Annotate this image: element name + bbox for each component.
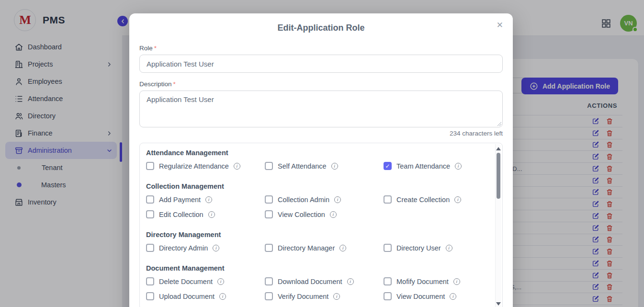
checkbox[interactable] xyxy=(265,277,273,285)
scroll-down-arrow-icon[interactable] xyxy=(496,302,501,306)
info-icon[interactable]: i xyxy=(454,196,461,203)
permission-verify-document[interactable]: Verify Document i xyxy=(265,292,384,300)
description-textarea[interactable]: Application Test User xyxy=(139,91,503,127)
checkbox[interactable] xyxy=(146,292,154,300)
checkbox[interactable] xyxy=(146,162,154,170)
info-icon[interactable]: i xyxy=(208,211,215,218)
required-asterisk: * xyxy=(154,45,157,52)
permissions-panel: Attendance Management Regularize Attenda… xyxy=(139,143,503,307)
checkbox[interactable] xyxy=(146,195,154,204)
permission-section: Directory Management Directory Admin i D… xyxy=(146,231,488,252)
checkbox[interactable]: ✓ xyxy=(384,162,392,170)
permission-directory-manager[interactable]: Directory Manager i xyxy=(265,244,384,252)
edit-application-role-dialog: Edit-Application Role ✕ Role* Descriptio… xyxy=(129,13,513,307)
role-label: Role* xyxy=(139,45,503,52)
checkbox[interactable] xyxy=(265,195,273,204)
permission-regularize-attendance[interactable]: Regularize Attendance i xyxy=(146,162,265,170)
application-window: M PMS Dashboard Projects Employees xyxy=(0,0,644,307)
checkbox[interactable] xyxy=(265,162,273,170)
info-icon[interactable]: i xyxy=(219,293,226,300)
info-icon[interactable]: i xyxy=(450,293,456,300)
checkbox[interactable] xyxy=(146,277,154,285)
permission-section: Collection Management Add Payment i Coll… xyxy=(146,182,488,218)
permission-collection-admin[interactable]: Collection Admin i xyxy=(265,195,384,204)
required-asterisk: * xyxy=(173,80,176,88)
permission-section-title: Attendance Management xyxy=(146,149,488,157)
dialog-title: Edit-Application Role xyxy=(139,23,503,33)
permission-directory-admin[interactable]: Directory Admin i xyxy=(146,244,265,252)
checkbox[interactable] xyxy=(384,244,392,252)
checkbox[interactable] xyxy=(384,195,392,204)
permission-edit-collection[interactable]: Edit Collection i xyxy=(146,210,265,218)
info-icon[interactable]: i xyxy=(234,163,240,170)
checkbox[interactable] xyxy=(146,244,154,252)
info-icon[interactable]: i xyxy=(217,278,224,285)
permission-download-document[interactable]: Download Document i xyxy=(265,277,384,285)
info-icon[interactable]: i xyxy=(347,278,354,285)
close-icon[interactable]: ✕ xyxy=(495,19,505,31)
permission-section: Document Management Delete Document i Do… xyxy=(146,264,488,300)
permission-section-title: Collection Management xyxy=(146,182,488,190)
checkbox[interactable] xyxy=(384,277,392,285)
permission-section: Attendance Management Regularize Attenda… xyxy=(146,149,488,170)
scrollbar xyxy=(495,144,501,307)
info-icon[interactable]: i xyxy=(331,163,338,170)
info-icon[interactable]: i xyxy=(333,293,340,300)
permission-self-attendance[interactable]: Self Attendance i xyxy=(265,162,384,170)
permission-mofify-document[interactable]: Mofify Document i xyxy=(384,277,488,285)
permission-team-attendance[interactable]: ✓ Team Attendance i xyxy=(384,162,488,170)
permission-view-collection[interactable]: View Collection i xyxy=(265,210,384,218)
permission-create-collection[interactable]: Create Collection i xyxy=(384,195,488,204)
checkbox[interactable] xyxy=(265,210,273,218)
permission-delete-document[interactable]: Delete Document i xyxy=(146,277,265,285)
info-icon[interactable]: i xyxy=(455,163,462,170)
description-label: Description* xyxy=(139,80,503,88)
checkbox[interactable] xyxy=(265,244,273,252)
permission-section-title: Directory Management xyxy=(146,231,488,239)
permission-view-document[interactable]: View Document i xyxy=(384,292,488,300)
role-input[interactable] xyxy=(139,55,503,73)
info-icon[interactable]: i xyxy=(330,211,337,218)
info-icon[interactable]: i xyxy=(453,278,460,285)
permission-add-payment[interactable]: Add Payment i xyxy=(146,195,265,204)
checkbox[interactable] xyxy=(265,292,273,300)
scroll-up-arrow-icon[interactable] xyxy=(496,147,501,150)
scrollbar-thumb[interactable] xyxy=(497,153,500,199)
info-icon[interactable]: i xyxy=(213,245,219,251)
checkbox[interactable] xyxy=(384,292,392,300)
permission-directory-user[interactable]: Directory User i xyxy=(384,244,488,252)
info-icon[interactable]: i xyxy=(334,196,341,203)
info-icon[interactable]: i xyxy=(205,196,212,203)
characters-left-counter: 234 characters left xyxy=(139,130,503,137)
info-icon[interactable]: i xyxy=(446,245,452,251)
permission-upload-document[interactable]: Upload Document i xyxy=(146,292,265,300)
info-icon[interactable]: i xyxy=(339,245,346,251)
permission-section-title: Document Management xyxy=(146,264,488,272)
checkbox[interactable] xyxy=(146,210,154,218)
